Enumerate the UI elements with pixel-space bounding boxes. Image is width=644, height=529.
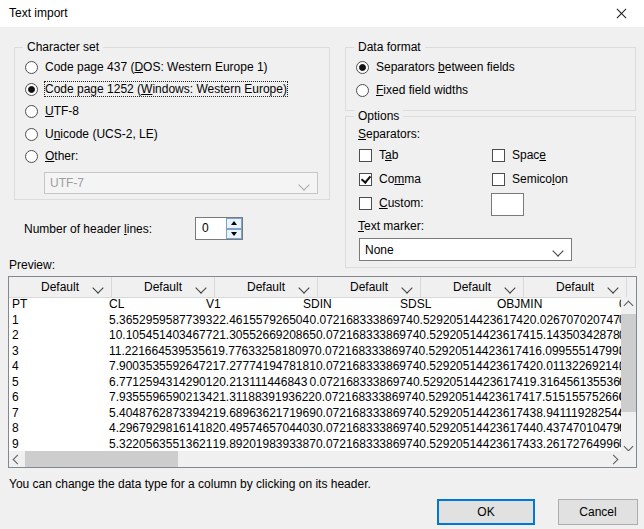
- preview-cell: 20.4957465704403: [212, 421, 315, 437]
- separators-label: Separators:: [358, 127, 420, 141]
- preview-data-row: 15.3652959587739322.4615579265040.072168…: [9, 313, 636, 329]
- separator-checkbox-custom[interactable]: Custom:: [359, 195, 424, 211]
- preview-cell: 0.529205144236174: [413, 375, 523, 391]
- scroll-down-icon: [624, 441, 634, 451]
- character-set-group: Character set Code page 437 (DOS: Wester…: [14, 47, 330, 200]
- chevron-down-icon: [92, 282, 103, 293]
- column-type-dropdown[interactable]: Default: [9, 277, 112, 297]
- column-type-dropdown[interactable]: Default: [524, 277, 627, 297]
- custom-separator-input[interactable]: [491, 193, 524, 216]
- horizontal-scrollbar[interactable]: [9, 451, 621, 467]
- column-type-dropdown[interactable]: Default: [421, 277, 524, 297]
- chevron-down-icon: [504, 282, 515, 293]
- column-type-label: Default: [144, 280, 182, 294]
- preview-cell: 2: [12, 328, 109, 344]
- radio-label: UTF-8: [45, 104, 79, 118]
- data-format-radio-separators-between-fields[interactable]: Separators between fields: [356, 59, 515, 75]
- close-button[interactable]: [599, 0, 644, 27]
- radio-icon: [25, 83, 38, 96]
- column-type-dropdown[interactable]: Default: [627, 277, 636, 297]
- column-type-label: Default: [350, 280, 388, 294]
- preview-cell: 20.0267070207477: [523, 313, 626, 329]
- scroll-left-button[interactable]: [9, 451, 25, 467]
- preview-header-row: DefaultDefaultDefaultDefaultDefaultDefau…: [9, 277, 636, 298]
- ok-button[interactable]: OK: [437, 499, 535, 525]
- character-set-radio-unicode-ucs-2-le[interactable]: Unicode (UCS-2, LE): [25, 126, 158, 142]
- preview-data-row: 56.7712594314290120.2131114468430.072168…: [9, 375, 636, 391]
- checkbox-label: Custom:: [379, 196, 424, 210]
- separator-checkbox-comma[interactable]: Comma: [359, 171, 421, 187]
- preview-cell: 5: [12, 375, 109, 391]
- checkbox-label: Semicolon: [512, 172, 568, 186]
- preview-cell: 4: [12, 359, 109, 375]
- column-type-dropdown[interactable]: Default: [112, 277, 215, 297]
- preview-cell: 0.07216833386974: [316, 437, 419, 453]
- text-marker-combobox[interactable]: None: [359, 238, 572, 261]
- preview-rows: PTCLV1SDINSDSLOBJMIN015.3652959587739322…: [9, 297, 636, 467]
- preview-cell: 0.07216833386974: [316, 328, 419, 344]
- other-encoding-value: UTF-7: [50, 176, 84, 190]
- scroll-right-button[interactable]: [605, 451, 621, 467]
- preview-cell: 5.32205635513621: [109, 437, 212, 453]
- preview-cell: 11.2216645395356: [109, 344, 212, 360]
- spin-down-icon: [231, 232, 237, 236]
- preview-cell: 0.529205144236174: [419, 437, 529, 453]
- separator-checkbox-space[interactable]: Space: [492, 147, 546, 163]
- preview-cell: 33.2617276499677: [529, 437, 632, 453]
- text-marker-label: Text marker:: [358, 219, 424, 233]
- preview-cell: 0.07216833386974: [316, 406, 419, 422]
- preview-cell: 0.529205144236174: [419, 359, 529, 375]
- preview-cell: 0.07216833386974: [309, 313, 412, 329]
- radio-icon: [25, 128, 38, 141]
- preview-cell: SDSL: [400, 297, 497, 313]
- character-set-radio-code-page-437-dos-western-europe-1[interactable]: Code page 437 (DOS: Western Europe 1): [25, 59, 268, 75]
- header-lines-spinner[interactable]: 0: [195, 217, 243, 240]
- column-type-dropdown[interactable]: Default: [215, 277, 318, 297]
- preview-cell: 7: [12, 406, 109, 422]
- preview-cell: 5.40487628733942: [109, 406, 212, 422]
- checkbox-icon: [492, 173, 505, 186]
- radio-icon: [25, 61, 38, 74]
- data-format-radio-fixed-field-widths[interactable]: Fixed field widths: [356, 82, 468, 98]
- column-type-dropdown[interactable]: Default: [318, 277, 421, 297]
- preview-cell: 21.3118839193622: [212, 390, 315, 406]
- horizontal-scrollbar-thumb[interactable]: [25, 451, 178, 467]
- chevron-down-icon: [401, 282, 412, 293]
- vertical-scrollbar-thumb[interactable]: [621, 314, 636, 412]
- checkbox-checked-icon: [359, 173, 372, 186]
- preview-cell: 7.93555965902134: [109, 390, 212, 406]
- other-encoding-combobox: UTF-7: [44, 172, 318, 194]
- preview-label: Preview:: [9, 258, 55, 272]
- checkbox-icon: [492, 149, 505, 162]
- spin-down-button[interactable]: [226, 229, 242, 240]
- preview-cell: 15.1435034287816: [529, 328, 632, 344]
- preview-cell: 10.1054514034677: [109, 328, 212, 344]
- chevron-down-icon: [552, 245, 563, 256]
- preview-cell: 17.5151557526602: [529, 390, 632, 406]
- cancel-button[interactable]: Cancel: [558, 499, 638, 525]
- data-format-group: Data format Separators between fieldsFix…: [345, 47, 636, 111]
- separator-checkbox-semicolon[interactable]: Semicolon: [492, 171, 568, 187]
- vertical-scrollbar[interactable]: [621, 297, 636, 454]
- data-format-legend: Data format: [354, 40, 425, 54]
- footer-hint: You can change the data type for a colum…: [9, 477, 371, 491]
- scroll-up-button[interactable]: [621, 297, 636, 313]
- cancel-button-label: Cancel: [579, 505, 616, 519]
- header-lines-value: 0: [202, 221, 209, 235]
- scroll-right-icon: [608, 454, 618, 464]
- preview-cell: PT: [12, 297, 109, 313]
- character-set-radio-code-page-1252-windows-western-europe[interactable]: Code page 1252 (Windows: Western Europe): [25, 81, 287, 97]
- preview-cell: 19.6896362171969: [212, 406, 315, 422]
- character-set-radio-other[interactable]: Other:: [25, 148, 78, 164]
- separator-checkbox-tab[interactable]: Tab: [359, 147, 398, 163]
- character-set-radio-utf-8[interactable]: UTF-8: [25, 103, 79, 119]
- spin-up-button[interactable]: [226, 218, 242, 229]
- preview-cell: 0.529205144236174: [418, 344, 528, 360]
- preview-cell: 0.529205144236174: [418, 390, 528, 406]
- radio-label: Code page 1252 (Windows: Western Europe): [45, 82, 287, 96]
- checkbox-label: Space: [512, 148, 546, 162]
- radio-label: Fixed field widths: [376, 83, 468, 97]
- preview-cell: 0.07216833386974: [309, 375, 412, 391]
- preview-data-row: 75.4048762873394219.68963621719690.07216…: [9, 406, 636, 422]
- radio-icon: [356, 61, 369, 74]
